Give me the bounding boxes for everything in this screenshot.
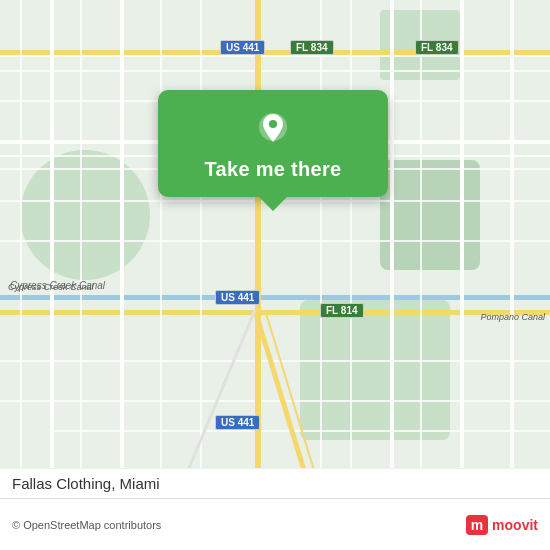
park-area-3 — [300, 300, 450, 440]
road-h-70 — [0, 70, 550, 72]
fl834-badge-2: FL 834 — [415, 40, 459, 55]
road-h-240 — [0, 240, 550, 242]
take-me-there-card[interactable]: Take me there — [158, 90, 388, 197]
moovit-m-icon: m — [466, 515, 488, 535]
svg-point-4 — [269, 120, 277, 128]
road-fl814 — [0, 310, 550, 315]
moovit-logo: m moovit — [466, 515, 538, 535]
osm-credit: © OpenStreetMap contributors — [12, 519, 161, 531]
location-name-bar: Fallas Clothing, Miami — [0, 468, 550, 498]
us441-badge-2: US 441 — [215, 290, 260, 305]
pompano-text: Pompano Canal — [480, 312, 545, 322]
us441-badge-3: US 441 — [215, 415, 260, 430]
map-container: Cypress Creek Canal US 441 US 441 US 441… — [0, 0, 550, 550]
location-pin-icon — [252, 108, 294, 150]
location-name-text: Fallas Clothing, Miami — [12, 475, 160, 492]
bottom-bar: © OpenStreetMap contributors m moovit — [0, 498, 550, 550]
road-fl834-top-edge — [0, 55, 550, 57]
take-me-there-label: Take me there — [205, 158, 342, 181]
fl834-badge-1: FL 834 — [290, 40, 334, 55]
road-h-360 — [0, 360, 550, 362]
road-h-400 — [0, 400, 550, 402]
moovit-text: moovit — [492, 517, 538, 533]
fl814-badge: FL 814 — [320, 303, 364, 318]
road-h-430 — [50, 430, 550, 432]
us441-badge-1: US 441 — [220, 40, 265, 55]
cypress-creek-text: Cypress Creek Canal — [8, 282, 94, 292]
park-area-2 — [380, 160, 480, 270]
cypress-creek-canal — [0, 295, 550, 300]
